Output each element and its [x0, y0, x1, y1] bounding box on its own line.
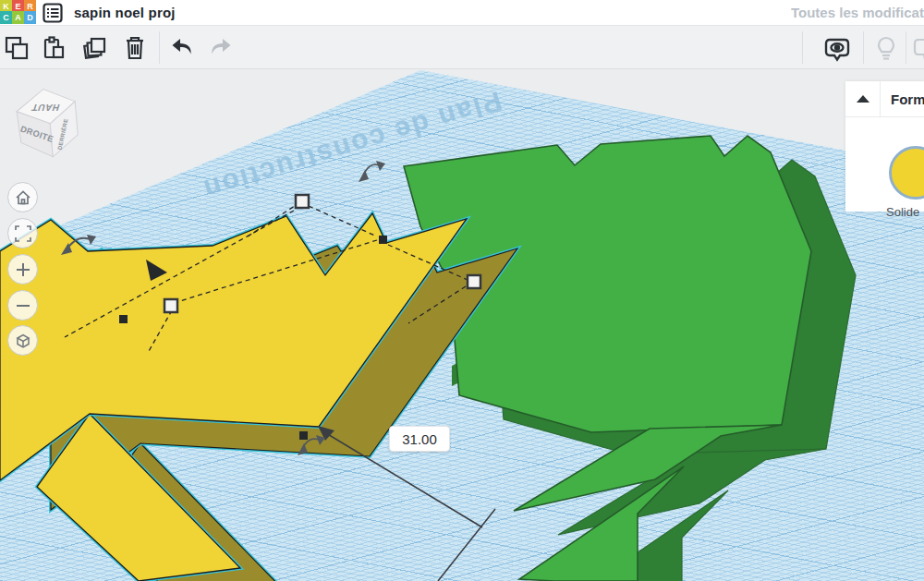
- shape-yellow-tree[interactable]: [0, 213, 517, 581]
- view-cube-top-label[interactable]: HAUT: [30, 103, 60, 113]
- top-bar: K E R C A D sapin noel proj Toutes les m…: [0, 0, 924, 26]
- logo-tile: K: [0, 0, 12, 11]
- copy-button[interactable]: [4, 35, 30, 61]
- material-label: Solide: [886, 205, 919, 219]
- perspective-toggle-button[interactable]: [7, 325, 38, 356]
- material-color-swatch[interactable]: [889, 146, 924, 200]
- rotate-handle-top[interactable]: [359, 161, 385, 182]
- toolbar-separator: [802, 31, 803, 64]
- feedback-button[interactable]: [913, 35, 924, 61]
- toolbar-separator: [906, 31, 906, 64]
- delete-button[interactable]: [122, 35, 148, 61]
- duplicate-button[interactable]: [82, 35, 108, 61]
- dimension-value-input[interactable]: 31.00: [389, 426, 450, 452]
- shape-green-tree[interactable]: [404, 136, 856, 581]
- logo-tile: R: [24, 0, 36, 11]
- scale-handle-face[interactable]: [164, 299, 177, 312]
- toolbar-separator: [863, 31, 864, 64]
- midpoint-handle-top[interactable]: [379, 236, 387, 244]
- tips-button[interactable]: [874, 35, 900, 61]
- scale-handle-right[interactable]: [468, 275, 480, 288]
- logo-tile: A: [12, 11, 24, 24]
- logo-row-2: C A D: [0, 11, 37, 24]
- logo-row-1: K E R: [0, 0, 37, 11]
- tinkercad-logo[interactable]: K E R C A D: [0, 0, 37, 25]
- panel-title: Forme: [881, 81, 924, 116]
- shape-inspector-header: Forme: [845, 81, 924, 117]
- midpoint-handle-left[interactable]: [119, 315, 128, 323]
- redo-button[interactable]: [207, 35, 233, 61]
- view-cube[interactable]: HAUT DROITE DERRIÈRE: [9, 79, 89, 164]
- document-title[interactable]: sapin noel proj: [74, 5, 176, 20]
- collapse-triangle-icon: [857, 95, 869, 103]
- edit-toolbar: [0, 26, 924, 69]
- view-comments-button[interactable]: [822, 35, 848, 61]
- undo-button[interactable]: [170, 35, 196, 61]
- toolbar-separator: [159, 31, 160, 64]
- scene-svg: Plan de construction: [0, 69, 924, 581]
- paste-button[interactable]: [41, 35, 67, 61]
- logo-tile: C: [0, 11, 12, 24]
- fit-view-button[interactable]: [7, 218, 38, 248]
- midpoint-handle-bottom[interactable]: [299, 431, 308, 440]
- logo-tile: D: [24, 11, 36, 24]
- zoom-in-button[interactable]: [7, 254, 38, 284]
- zoom-out-button[interactable]: [7, 290, 38, 321]
- autosave-status: Toutes les modificat: [791, 5, 924, 20]
- shape-inspector-panel: Forme Solide: [845, 81, 924, 212]
- logo-tile: E: [12, 0, 24, 11]
- home-view-button[interactable]: [7, 182, 38, 212]
- project-properties-icon[interactable]: [43, 3, 63, 23]
- viewport-3d[interactable]: Plan de construction: [0, 69, 924, 581]
- scale-handle-top[interactable]: [296, 195, 309, 208]
- panel-collapse-button[interactable]: [845, 81, 881, 116]
